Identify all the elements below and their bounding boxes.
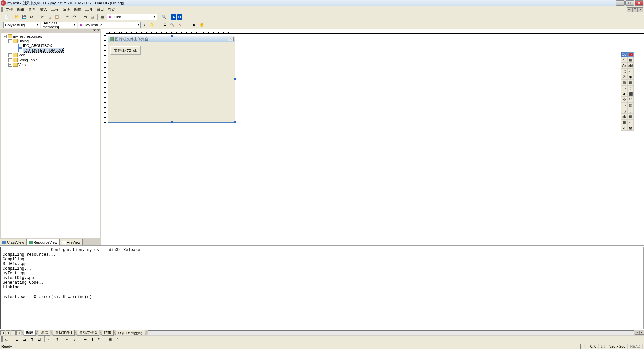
output-tab-find2[interactable]: 查找文件 2 — [77, 330, 99, 336]
palette-tool-4[interactable]: ⬚ — [621, 68, 627, 74]
output-scrollbar[interactable] — [148, 330, 634, 335]
toggle-grid-icon[interactable]: ▦ — [107, 336, 113, 343]
toggle-a-button[interactable]: A — [171, 14, 176, 20]
tree-toggle[interactable]: − — [8, 39, 12, 43]
align-top-icon[interactable]: ⊓ — [28, 336, 35, 343]
palette-tool-7[interactable]: ◉ — [627, 74, 634, 80]
mdi-restore[interactable]: ❐ — [632, 7, 638, 12]
palette-tool-0[interactable]: ↖ — [621, 57, 627, 63]
space-across-icon[interactable]: ↔ — [64, 336, 71, 343]
palette-tool-23[interactable]: ▭ — [627, 119, 634, 125]
output-tab-sql[interactable]: SQL Debugging — [116, 330, 145, 335]
toolbar-grip-2[interactable] — [1, 22, 3, 28]
wizard-icon[interactable]: ✨ — [149, 22, 155, 28]
find-icon[interactable]: 🔍 — [161, 14, 167, 20]
redo-icon[interactable]: ↷ — [71, 14, 78, 20]
save-all-icon[interactable]: 🗂 — [28, 14, 35, 20]
dialog-editor-area[interactable]: 图片或文件上传集合 ✕ 文件上传2_ok Co... × ↖▦Aaab|⬚▭☒◉… — [101, 29, 644, 245]
class-combo[interactable]: CMyTestDlg — [3, 22, 40, 28]
palette-tool-15[interactable]: ⬚ — [627, 97, 634, 102]
menu-window[interactable]: 窗口 — [95, 6, 106, 13]
menu-project[interactable]: 工程 — [49, 6, 61, 13]
palette-tool-9[interactable]: ▦ — [627, 80, 634, 85]
save-icon[interactable]: 💾 — [21, 14, 28, 20]
minimize-button[interactable]: ─ — [616, 0, 625, 6]
tab-resourceview[interactable]: ResourceView — [26, 239, 60, 245]
palette-tool-25[interactable]: ▩ — [627, 125, 634, 131]
maximize-button[interactable]: ❐ — [625, 0, 634, 6]
paste-icon[interactable]: 📋 — [54, 14, 60, 20]
palette-tool-6[interactable]: ☒ — [621, 74, 627, 80]
toggle-guides-icon[interactable]: ▯ — [114, 336, 121, 343]
mdi-close[interactable]: ✕ — [638, 7, 643, 12]
align-bottom-icon[interactable]: ⊔ — [36, 336, 43, 343]
palette-tool-14[interactable]: ⟲ — [621, 97, 627, 102]
tree-toggle[interactable]: + — [8, 58, 12, 62]
palette-title[interactable]: Co... × — [621, 52, 634, 57]
window-list-icon[interactable]: ▥ — [99, 14, 106, 20]
build-icon[interactable]: 🔨 — [169, 22, 176, 28]
cut-icon[interactable]: ✂ — [39, 14, 46, 20]
workspace-icon[interactable]: 🗀 — [82, 14, 88, 20]
palette-tool-8[interactable]: ▤ — [621, 80, 627, 85]
menu-edit[interactable]: 编辑 — [15, 6, 26, 13]
test-dialog-icon[interactable]: ▭ — [3, 336, 10, 343]
copy-icon[interactable]: ⎘ — [46, 14, 53, 20]
menu-layout[interactable]: 编排 — [72, 6, 83, 13]
menu-insert[interactable]: 插入 — [38, 6, 49, 13]
tree-toggle[interactable]: + — [8, 53, 12, 57]
toolbar-grip-3[interactable] — [159, 22, 161, 28]
dialog-preview-close-icon[interactable]: ✕ — [228, 37, 234, 41]
close-button[interactable]: ✕ — [635, 0, 643, 6]
tree-string-folder[interactable]: String Table — [18, 58, 38, 62]
tree-dialog-folder[interactable]: Dialog — [18, 39, 29, 43]
align-left-icon[interactable]: ⊏ — [14, 336, 20, 343]
output-text[interactable]: --------------------Configuration: myTes… — [0, 247, 644, 329]
palette-close-icon[interactable]: × — [629, 53, 633, 56]
palette-tool-20[interactable]: ab — [621, 114, 627, 119]
palette-tool-3[interactable]: ab| — [627, 63, 634, 68]
tree-item-mytest-dialog[interactable]: IDD_MYTEST_DIALOG — [23, 48, 64, 53]
menu-help[interactable]: 帮助 — [106, 6, 117, 13]
palette-tool-22[interactable]: ▦ — [621, 119, 627, 125]
palette-tool-12[interactable]: ◆ — [621, 91, 627, 97]
stop-build-icon[interactable]: ⨯ — [176, 22, 183, 28]
toolbar-grip-4[interactable] — [1, 336, 3, 342]
output-scroll-left[interactable]: ◂ — [635, 331, 639, 335]
align-right-icon[interactable]: ⊐ — [21, 336, 28, 343]
same-size-icon[interactable]: ⬚ — [96, 336, 103, 343]
menu-tools[interactable]: 工具 — [83, 6, 95, 13]
member-combo[interactable]: ◆CMyTestDlg — [78, 22, 141, 28]
filter-combo[interactable]: [All class members] — [41, 22, 77, 28]
panel-float-icon[interactable]: ▾ — [93, 29, 96, 32]
tab-classview[interactable]: ClassView — [0, 239, 26, 245]
menu-grip[interactable] — [1, 7, 3, 12]
palette-tool-24[interactable]: ♫ — [621, 125, 627, 131]
output-nav-next[interactable]: ▸ — [11, 330, 16, 335]
tree-root[interactable]: myTest resources — [13, 34, 42, 38]
palette-tool-17[interactable]: ▥ — [627, 102, 634, 108]
breakpoint-icon[interactable]: ✋ — [198, 22, 205, 28]
menu-file[interactable]: 文件 — [4, 6, 15, 13]
center-v-icon[interactable]: ⇕ — [54, 336, 60, 343]
panel-close-icon[interactable]: × — [97, 29, 100, 32]
selection-handle[interactable] — [171, 121, 173, 123]
new-file-icon[interactable]: 📄 — [3, 14, 10, 20]
palette-tool-13[interactable]: ⬛ — [627, 91, 634, 97]
palette-tool-10[interactable]: ▭ — [621, 85, 627, 91]
go-debug-icon[interactable]: ▶ — [191, 22, 198, 28]
dialog-preview-button[interactable]: 文件上传2_ok — [110, 46, 141, 55]
palette-tool-16[interactable]: ▭ — [621, 102, 627, 108]
controls-palette[interactable]: Co... × ↖▦Aaab|⬚▭☒◉▤▦▭▯◆⬛⟲⬚▭▥⬚▯ab▦▦▭♫▩ — [621, 52, 634, 131]
menu-view[interactable]: 查看 — [26, 6, 38, 13]
same-height-icon[interactable]: ⬍ — [89, 336, 96, 343]
space-down-icon[interactable]: ↕ — [71, 336, 78, 343]
selection-handle[interactable] — [234, 121, 236, 123]
tree-version-folder[interactable]: Version — [18, 63, 31, 67]
open-file-icon[interactable]: 📂 — [14, 14, 20, 20]
output-tab-results[interactable]: 结果 — [102, 330, 114, 336]
palette-tool-5[interactable]: ▭ — [627, 68, 634, 74]
undo-icon[interactable]: ↶ — [64, 14, 71, 20]
output-scroll-right[interactable]: ▸ — [639, 331, 644, 335]
mdi-minimize[interactable]: ─ — [627, 7, 632, 12]
